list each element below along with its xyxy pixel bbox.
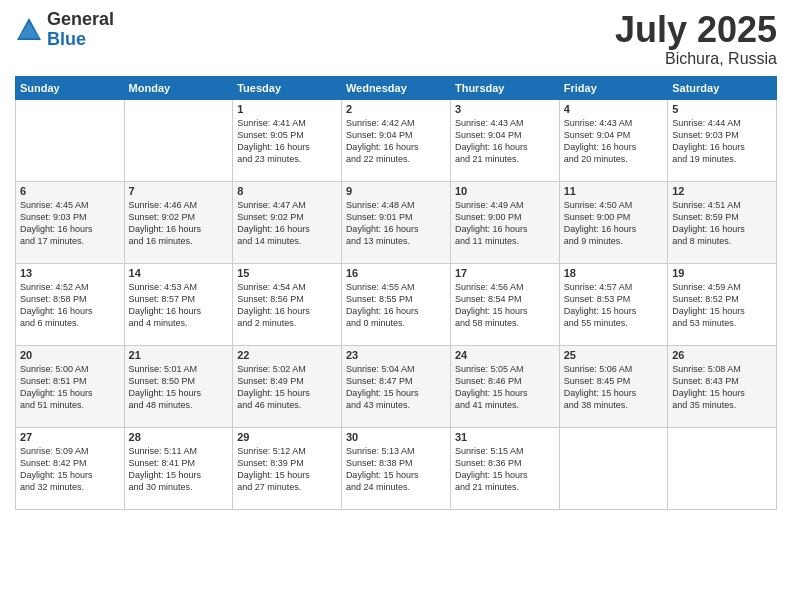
day-number: 6 xyxy=(20,185,120,197)
day-info: Sunrise: 4:59 AM Sunset: 8:52 PM Dayligh… xyxy=(672,281,772,330)
calendar-cell: 2Sunrise: 4:42 AM Sunset: 9:04 PM Daylig… xyxy=(341,99,450,181)
calendar-cell: 16Sunrise: 4:55 AM Sunset: 8:55 PM Dayli… xyxy=(341,263,450,345)
calendar-cell: 24Sunrise: 5:05 AM Sunset: 8:46 PM Dayli… xyxy=(450,345,559,427)
day-number: 22 xyxy=(237,349,337,361)
title-block: July 2025 Bichura, Russia xyxy=(615,10,777,68)
day-number: 24 xyxy=(455,349,555,361)
calendar-cell: 20Sunrise: 5:00 AM Sunset: 8:51 PM Dayli… xyxy=(16,345,125,427)
calendar-page: General Blue July 2025 Bichura, Russia S… xyxy=(0,0,792,612)
day-number: 26 xyxy=(672,349,772,361)
location: Bichura, Russia xyxy=(615,50,777,68)
header: General Blue July 2025 Bichura, Russia xyxy=(15,10,777,68)
day-info: Sunrise: 4:56 AM Sunset: 8:54 PM Dayligh… xyxy=(455,281,555,330)
day-number: 23 xyxy=(346,349,446,361)
day-number: 12 xyxy=(672,185,772,197)
calendar-cell: 3Sunrise: 4:43 AM Sunset: 9:04 PM Daylig… xyxy=(450,99,559,181)
weekday-header: Monday xyxy=(124,76,233,99)
weekday-header: Thursday xyxy=(450,76,559,99)
day-info: Sunrise: 4:41 AM Sunset: 9:05 PM Dayligh… xyxy=(237,117,337,166)
calendar-week-row: 20Sunrise: 5:00 AM Sunset: 8:51 PM Dayli… xyxy=(16,345,777,427)
logo: General Blue xyxy=(15,10,114,50)
calendar-table: SundayMondayTuesdayWednesdayThursdayFrid… xyxy=(15,76,777,510)
day-number: 2 xyxy=(346,103,446,115)
day-number: 3 xyxy=(455,103,555,115)
day-number: 28 xyxy=(129,431,229,443)
day-number: 16 xyxy=(346,267,446,279)
logo-text: General Blue xyxy=(47,10,114,50)
weekday-header: Tuesday xyxy=(233,76,342,99)
calendar-cell: 23Sunrise: 5:04 AM Sunset: 8:47 PM Dayli… xyxy=(341,345,450,427)
calendar-cell: 14Sunrise: 4:53 AM Sunset: 8:57 PM Dayli… xyxy=(124,263,233,345)
weekday-header: Wednesday xyxy=(341,76,450,99)
logo-icon xyxy=(15,16,43,44)
day-info: Sunrise: 5:13 AM Sunset: 8:38 PM Dayligh… xyxy=(346,445,446,494)
calendar-cell: 27Sunrise: 5:09 AM Sunset: 8:42 PM Dayli… xyxy=(16,427,125,509)
logo-general-text: General xyxy=(47,10,114,30)
calendar-cell: 12Sunrise: 4:51 AM Sunset: 8:59 PM Dayli… xyxy=(668,181,777,263)
day-number: 31 xyxy=(455,431,555,443)
day-info: Sunrise: 4:45 AM Sunset: 9:03 PM Dayligh… xyxy=(20,199,120,248)
month-title: July 2025 xyxy=(615,10,777,50)
calendar-cell: 25Sunrise: 5:06 AM Sunset: 8:45 PM Dayli… xyxy=(559,345,667,427)
day-info: Sunrise: 4:52 AM Sunset: 8:58 PM Dayligh… xyxy=(20,281,120,330)
day-number: 17 xyxy=(455,267,555,279)
weekday-header: Friday xyxy=(559,76,667,99)
day-info: Sunrise: 4:53 AM Sunset: 8:57 PM Dayligh… xyxy=(129,281,229,330)
day-info: Sunrise: 4:57 AM Sunset: 8:53 PM Dayligh… xyxy=(564,281,663,330)
weekday-header: Saturday xyxy=(668,76,777,99)
calendar-cell: 11Sunrise: 4:50 AM Sunset: 9:00 PM Dayli… xyxy=(559,181,667,263)
calendar-cell: 9Sunrise: 4:48 AM Sunset: 9:01 PM Daylig… xyxy=(341,181,450,263)
day-number: 7 xyxy=(129,185,229,197)
calendar-week-row: 1Sunrise: 4:41 AM Sunset: 9:05 PM Daylig… xyxy=(16,99,777,181)
day-info: Sunrise: 4:49 AM Sunset: 9:00 PM Dayligh… xyxy=(455,199,555,248)
day-info: Sunrise: 4:50 AM Sunset: 9:00 PM Dayligh… xyxy=(564,199,663,248)
calendar-week-row: 6Sunrise: 4:45 AM Sunset: 9:03 PM Daylig… xyxy=(16,181,777,263)
day-info: Sunrise: 5:04 AM Sunset: 8:47 PM Dayligh… xyxy=(346,363,446,412)
day-number: 8 xyxy=(237,185,337,197)
calendar-cell: 13Sunrise: 4:52 AM Sunset: 8:58 PM Dayli… xyxy=(16,263,125,345)
day-info: Sunrise: 5:05 AM Sunset: 8:46 PM Dayligh… xyxy=(455,363,555,412)
day-number: 10 xyxy=(455,185,555,197)
day-number: 18 xyxy=(564,267,663,279)
calendar-week-row: 13Sunrise: 4:52 AM Sunset: 8:58 PM Dayli… xyxy=(16,263,777,345)
day-info: Sunrise: 4:47 AM Sunset: 9:02 PM Dayligh… xyxy=(237,199,337,248)
day-number: 20 xyxy=(20,349,120,361)
day-number: 9 xyxy=(346,185,446,197)
day-info: Sunrise: 4:42 AM Sunset: 9:04 PM Dayligh… xyxy=(346,117,446,166)
day-number: 19 xyxy=(672,267,772,279)
day-info: Sunrise: 4:44 AM Sunset: 9:03 PM Dayligh… xyxy=(672,117,772,166)
calendar-cell: 30Sunrise: 5:13 AM Sunset: 8:38 PM Dayli… xyxy=(341,427,450,509)
calendar-cell: 7Sunrise: 4:46 AM Sunset: 9:02 PM Daylig… xyxy=(124,181,233,263)
day-number: 5 xyxy=(672,103,772,115)
calendar-cell: 22Sunrise: 5:02 AM Sunset: 8:49 PM Dayli… xyxy=(233,345,342,427)
day-info: Sunrise: 4:51 AM Sunset: 8:59 PM Dayligh… xyxy=(672,199,772,248)
day-info: Sunrise: 4:55 AM Sunset: 8:55 PM Dayligh… xyxy=(346,281,446,330)
day-info: Sunrise: 5:15 AM Sunset: 8:36 PM Dayligh… xyxy=(455,445,555,494)
calendar-cell: 4Sunrise: 4:43 AM Sunset: 9:04 PM Daylig… xyxy=(559,99,667,181)
day-info: Sunrise: 5:00 AM Sunset: 8:51 PM Dayligh… xyxy=(20,363,120,412)
day-number: 1 xyxy=(237,103,337,115)
day-info: Sunrise: 4:54 AM Sunset: 8:56 PM Dayligh… xyxy=(237,281,337,330)
day-info: Sunrise: 5:02 AM Sunset: 8:49 PM Dayligh… xyxy=(237,363,337,412)
day-number: 29 xyxy=(237,431,337,443)
calendar-cell xyxy=(668,427,777,509)
calendar-cell: 28Sunrise: 5:11 AM Sunset: 8:41 PM Dayli… xyxy=(124,427,233,509)
svg-marker-1 xyxy=(19,22,39,38)
calendar-cell: 19Sunrise: 4:59 AM Sunset: 8:52 PM Dayli… xyxy=(668,263,777,345)
calendar-cell xyxy=(16,99,125,181)
day-number: 11 xyxy=(564,185,663,197)
day-info: Sunrise: 5:09 AM Sunset: 8:42 PM Dayligh… xyxy=(20,445,120,494)
calendar-week-row: 27Sunrise: 5:09 AM Sunset: 8:42 PM Dayli… xyxy=(16,427,777,509)
day-info: Sunrise: 4:48 AM Sunset: 9:01 PM Dayligh… xyxy=(346,199,446,248)
day-info: Sunrise: 5:06 AM Sunset: 8:45 PM Dayligh… xyxy=(564,363,663,412)
day-info: Sunrise: 4:43 AM Sunset: 9:04 PM Dayligh… xyxy=(564,117,663,166)
calendar-cell: 29Sunrise: 5:12 AM Sunset: 8:39 PM Dayli… xyxy=(233,427,342,509)
day-number: 13 xyxy=(20,267,120,279)
day-info: Sunrise: 4:46 AM Sunset: 9:02 PM Dayligh… xyxy=(129,199,229,248)
day-number: 21 xyxy=(129,349,229,361)
day-number: 30 xyxy=(346,431,446,443)
calendar-cell: 17Sunrise: 4:56 AM Sunset: 8:54 PM Dayli… xyxy=(450,263,559,345)
day-number: 25 xyxy=(564,349,663,361)
calendar-cell: 31Sunrise: 5:15 AM Sunset: 8:36 PM Dayli… xyxy=(450,427,559,509)
day-info: Sunrise: 5:01 AM Sunset: 8:50 PM Dayligh… xyxy=(129,363,229,412)
